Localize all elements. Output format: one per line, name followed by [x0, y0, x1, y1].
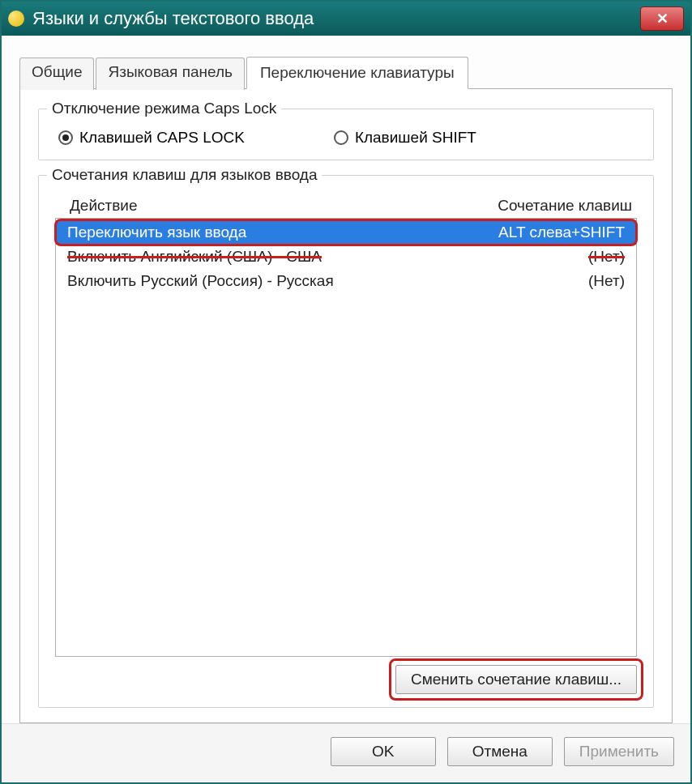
list-row[interactable]: Переключить язык ввода ALT слева+SHIFT [56, 220, 636, 245]
tab-strip: Общие Языковая панель Переключение клави… [19, 57, 673, 89]
list-row[interactable]: Включить Русский (Россия) - Русская (Нет… [56, 269, 636, 293]
apply-button[interactable]: Применить [564, 737, 674, 766]
row-action: Включить Английский (США) - США [67, 248, 322, 266]
highlighted-row-wrap: Переключить язык ввода ALT слева+SHIFT [56, 220, 636, 245]
change-hotkey-button[interactable]: Сменить сочетание клавиш... [395, 665, 637, 694]
radio-capslock-key[interactable]: Клавишей CAPS LOCK [58, 129, 245, 147]
client-area: Общие Языковая панель Переключение клави… [2, 36, 690, 782]
header-action: Действие [70, 197, 138, 215]
cancel-button[interactable]: Отмена [447, 737, 553, 766]
row-shortcut: (Нет) [588, 272, 625, 290]
header-shortcut: Сочетание клавиш [498, 197, 632, 215]
list-headers: Действие Сочетание клавиш [70, 197, 632, 215]
dialog-window: Языки и службы текстового ввода ✕ Общие … [0, 0, 692, 784]
change-button-wrap: Сменить сочетание клавиш... [395, 665, 637, 694]
dialog-footer: OK Отмена Применить [2, 723, 690, 782]
list-row[interactable]: Включить Английский (США) - США (Нет) [56, 245, 636, 269]
window-title: Языки и службы текстового ввода [32, 8, 640, 29]
tab-area: Общие Языковая панель Переключение клави… [2, 36, 690, 723]
titlebar: Языки и службы текстового ввода ✕ [2, 2, 690, 36]
radio-label: Клавишей SHIFT [355, 129, 476, 147]
hotkeys-legend: Сочетания клавиш для языков ввода [47, 166, 322, 184]
hotkey-list[interactable]: Переключить язык ввода ALT слева+SHIFT В… [55, 218, 637, 657]
capslock-groupbox: Отключение режима Caps Lock Клавишей CAP… [38, 109, 654, 160]
row-action: Переключить язык ввода [67, 224, 246, 241]
row-shortcut: ALT слева+SHIFT [498, 224, 625, 241]
row-action: Включить Русский (Россия) - Русская [67, 272, 334, 290]
app-icon [8, 11, 24, 27]
tab-general[interactable]: Общие [19, 58, 94, 90]
capslock-radio-row: Клавишей CAPS LOCK Клавишей SHIFT [58, 129, 640, 147]
capslock-legend: Отключение режима Caps Lock [47, 100, 281, 117]
ok-button[interactable]: OK [331, 737, 436, 766]
close-icon: ✕ [656, 10, 669, 28]
radio-label: Клавишей CAPS LOCK [79, 129, 245, 147]
tab-language-bar[interactable]: Языковая панель [96, 58, 244, 90]
radio-icon [334, 130, 348, 145]
radio-icon [58, 130, 73, 145]
tab-keyboard-switch[interactable]: Переключение клавиатуры [246, 57, 468, 89]
tab-panel-keyboard-switch: Отключение режима Caps Lock Клавишей CAP… [19, 88, 673, 723]
close-button[interactable]: ✕ [640, 6, 684, 31]
row-shortcut: (Нет) [588, 248, 625, 266]
hotkeys-groupbox: Сочетания клавиш для языков ввода Действ… [38, 175, 654, 708]
radio-shift-key[interactable]: Клавишей SHIFT [334, 129, 476, 147]
